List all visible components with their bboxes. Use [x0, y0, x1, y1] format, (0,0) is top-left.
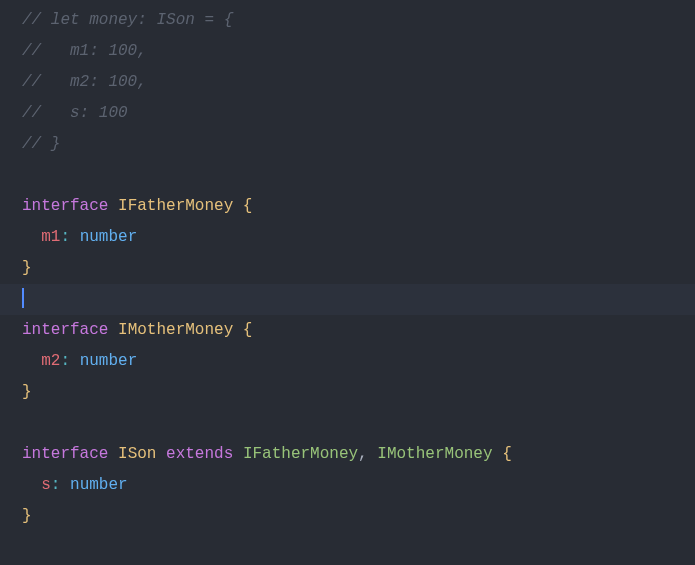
brace-open: { — [243, 197, 253, 215]
interface-name: ISon — [118, 445, 156, 463]
code-line: // let money: ISon = { — [0, 5, 695, 36]
code-line-empty — [0, 408, 695, 439]
comment-text: // m2: 100, — [22, 73, 147, 91]
property-name: m2 — [41, 352, 60, 370]
code-line: m2: number — [0, 346, 695, 377]
property-name: m1 — [41, 228, 60, 246]
code-line: // m1: 100, — [0, 36, 695, 67]
code-line: // m2: 100, — [0, 67, 695, 98]
code-line: interface ISon extends IFatherMoney, IMo… — [0, 439, 695, 470]
code-line: m1: number — [0, 222, 695, 253]
code-line: } — [0, 253, 695, 284]
code-line: } — [0, 377, 695, 408]
keyword-interface: interface — [22, 197, 108, 215]
comment-text: // m1: 100, — [22, 42, 147, 60]
extends-name: IMotherMoney — [377, 445, 492, 463]
brace-close: } — [22, 507, 32, 525]
type-name: number — [80, 352, 138, 370]
comment-text: // s: 100 — [22, 104, 128, 122]
property-name: s — [41, 476, 51, 494]
keyword-interface: interface — [22, 445, 108, 463]
brace-close: } — [22, 259, 32, 277]
code-line: s: number — [0, 470, 695, 501]
type-name: number — [80, 228, 138, 246]
code-line-current — [0, 284, 695, 315]
type-name: number — [70, 476, 128, 494]
code-editor[interactable]: // let money: ISon = { // m1: 100, // m2… — [0, 5, 695, 555]
colon: : — [60, 228, 70, 246]
code-line: interface IFatherMoney { — [0, 191, 695, 222]
interface-name: IMotherMoney — [118, 321, 233, 339]
brace-open: { — [243, 321, 253, 339]
colon: : — [51, 476, 61, 494]
extends-name: IFatherMoney — [243, 445, 358, 463]
keyword-interface: interface — [22, 321, 108, 339]
brace-close: } — [22, 383, 32, 401]
comment-text: // let money: ISon = { — [22, 11, 233, 29]
comment-text: // } — [22, 135, 60, 153]
keyword-extends: extends — [166, 445, 233, 463]
code-line: // s: 100 — [0, 98, 695, 129]
code-line-empty — [0, 160, 695, 191]
code-line: // } — [0, 129, 695, 160]
colon: : — [60, 352, 70, 370]
code-line: } — [0, 501, 695, 532]
brace-open: { — [502, 445, 512, 463]
code-line: interface IMotherMoney { — [0, 315, 695, 346]
cursor-icon — [22, 288, 24, 308]
comma: , — [358, 445, 368, 463]
interface-name: IFatherMoney — [118, 197, 233, 215]
